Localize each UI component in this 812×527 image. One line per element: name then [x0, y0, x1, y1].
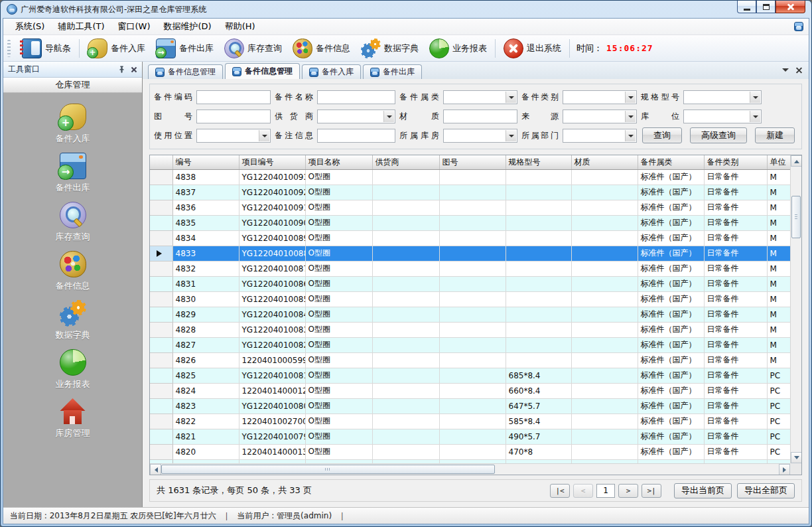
table-row[interactable]: 4838YG12204010093O型圈标准件（国产）日常备件M: [150, 169, 793, 185]
horizontal-scroll-track[interactable]: [161, 464, 779, 475]
close-button[interactable]: [776, 1, 805, 13]
column-header[interactable]: 图号: [439, 155, 506, 169]
toolbar-grip[interactable]: [7, 40, 11, 57]
select-use-position[interactable]: [196, 129, 271, 143]
table-row[interactable]: 4836YG12204010091O型圈标准件（国产）日常备件M: [150, 200, 793, 215]
scroll-down-button[interactable]: [791, 452, 802, 463]
select-part-category[interactable]: [443, 90, 517, 104]
toolbar-button-stock-query[interactable]: 库存查询: [219, 37, 287, 60]
sidebar-item-report[interactable]: 业务报表: [56, 349, 90, 390]
chevron-down-icon[interactable]: [782, 68, 789, 75]
table-row[interactable]: 4821YG12204010079O型圈490*5.7标准件（国产）日常备件PC: [150, 429, 793, 444]
cell: 660*8.4: [506, 383, 571, 398]
tab-parts-info-mgmt-1[interactable]: 备件信息管理: [148, 64, 223, 79]
select-source[interactable]: [563, 110, 637, 123]
sidebar-close-icon[interactable]: [131, 66, 137, 73]
toolbar-button-parts-info[interactable]: 备件信息: [287, 37, 356, 60]
table-row[interactable]: 48221220401002700O型圈585*8.4标准件（国产）日常备件PC: [150, 414, 793, 429]
input-drawing-no[interactable]: [196, 110, 271, 123]
select-bin-location[interactable]: [683, 110, 762, 123]
table-row[interactable]: 4827YG12204010082O型圈标准件（国产）日常备件M: [150, 337, 793, 352]
table-row[interactable]: 4829YG12204010084O型圈标准件（国产）日常备件M: [150, 307, 793, 322]
menu-item-data-maintain[interactable]: 数据维护(D): [157, 19, 218, 34]
export-all-pages-button[interactable]: 导出全部页: [737, 483, 795, 498]
toolbar-button-parts-in[interactable]: 备件入库: [82, 37, 151, 60]
table-row[interactable]: 4830YG12204010085O型圈标准件（国产）日常备件M: [150, 291, 793, 307]
maximize-button[interactable]: [756, 1, 776, 13]
input-material[interactable]: [443, 110, 517, 123]
select-warehouse[interactable]: [443, 129, 517, 143]
sidebar-item-warehouse[interactable]: 库房管理: [56, 398, 90, 439]
vertical-scroll-thumb[interactable]: [791, 196, 801, 238]
horizontal-scrollbar[interactable]: [150, 463, 790, 475]
first-page-button[interactable]: |<: [550, 484, 570, 498]
row-selector-header: [150, 155, 172, 169]
pin-icon[interactable]: [118, 66, 125, 73]
column-header[interactable]: 单位: [767, 155, 793, 169]
menu-item-system[interactable]: 系统(S): [9, 19, 51, 34]
select-supplier[interactable]: [317, 110, 395, 123]
sidebar-item-parts-in[interactable]: 备件入库: [56, 104, 90, 145]
scroll-up-button[interactable]: [791, 155, 802, 167]
table-row[interactable]: 4833YG12204010088O型圈标准件（国产）日常备件M: [150, 246, 793, 261]
toolbar-button-exit[interactable]: 退出系统: [498, 37, 567, 60]
sidebar-item-data-dict[interactable]: 数据字典: [56, 300, 90, 341]
advanced-query-button[interactable]: 高级查询: [690, 127, 747, 143]
scroll-right-button[interactable]: [779, 464, 790, 475]
prev-page-button[interactable]: <: [573, 484, 593, 498]
column-header[interactable]: 规格型号: [506, 155, 571, 169]
scrollbar-corner: [790, 463, 801, 475]
column-header[interactable]: 供货商: [372, 155, 439, 169]
tab-close-icon[interactable]: [795, 67, 802, 74]
minimize-button[interactable]: [737, 1, 756, 13]
sidebar-item-parts-info[interactable]: 备件信息: [56, 251, 90, 292]
horizontal-scroll-thumb[interactable]: [161, 465, 495, 474]
toolbar-button-nav[interactable]: 导航条: [14, 37, 76, 60]
menu-item-tools[interactable]: 辅助工具(T): [51, 19, 111, 34]
table-row[interactable]: 4825YG12204010081O型圈685*8.4标准件（国产）日常备件PC: [150, 368, 793, 383]
table-row[interactable]: 4831YG12204010086O型圈标准件（国产）日常备件M: [150, 276, 793, 291]
table-row[interactable]: 4834YG12204010089O型圈标准件（国产）日常备件M: [150, 230, 793, 246]
toolbar-button-parts-out[interactable]: 备件出库: [151, 37, 219, 60]
toolbar-button-report[interactable]: 业务报表: [424, 37, 492, 60]
sidebar-item-stock-query[interactable]: 库存查询: [56, 202, 90, 243]
next-page-button[interactable]: >: [618, 484, 638, 498]
column-header[interactable]: 备件类别: [704, 155, 767, 169]
new-button[interactable]: 新建: [755, 127, 795, 143]
table-row[interactable]: 4835YG12204010090O型圈标准件（国产）日常备件M: [150, 215, 793, 230]
export-current-page-button[interactable]: 导出当前页: [674, 483, 732, 498]
last-page-button[interactable]: >|: [642, 484, 661, 498]
table-row[interactable]: 48241220401400012O型圈660*8.4标准件（国产）日常备件PC: [150, 383, 793, 398]
table-row[interactable]: 4837YG12204010092O型圈标准件（国产）日常备件M: [150, 185, 793, 200]
select-part-class[interactable]: [563, 90, 637, 104]
tab-parts-in[interactable]: 备件入库: [302, 64, 361, 79]
select-spec-model[interactable]: [683, 90, 762, 104]
column-header[interactable]: 备件属类: [638, 155, 704, 169]
scroll-left-button[interactable]: [150, 464, 161, 475]
query-button[interactable]: 查询: [642, 127, 682, 143]
menu-item-window[interactable]: 窗口(W): [111, 19, 157, 34]
column-header[interactable]: 项目名称: [305, 155, 372, 169]
input-part-name[interactable]: [317, 90, 395, 104]
sidebar-section-title[interactable]: 仓库管理: [3, 78, 142, 93]
menu-item-help[interactable]: 帮助(H): [218, 19, 262, 34]
column-header[interactable]: 编号: [172, 155, 239, 169]
tab-parts-out[interactable]: 备件出库: [363, 64, 422, 79]
select-department[interactable]: [563, 129, 637, 143]
sidebar-item-parts-out[interactable]: 备件出库: [56, 153, 90, 194]
table-row[interactable]: 48261220401000599O型圈标准件（国产）日常备件M: [150, 352, 793, 368]
tab-parts-info-mgmt-2[interactable]: 备件信息管理: [225, 63, 300, 79]
input-part-code[interactable]: [196, 90, 271, 104]
table-row[interactable]: 4823YG12204010080O型圈647*5.7标准件（国产）日常备件PC: [150, 398, 793, 414]
vertical-scroll-track[interactable]: [791, 167, 801, 452]
column-header[interactable]: 材质: [571, 155, 638, 169]
table-row[interactable]: 4832YG12204010087O型圈标准件（国产）日常备件M: [150, 261, 793, 276]
toolbar-button-data-dict[interactable]: 数据字典: [356, 37, 424, 60]
input-remark[interactable]: [317, 129, 395, 143]
vertical-scrollbar[interactable]: [790, 155, 801, 463]
table-row[interactable]: 4828YG12204010083O型圈标准件（国产）日常备件M: [150, 322, 793, 337]
table-row[interactable]: 48201220401400013O型圈470*8标准件（国产）日常备件PC: [150, 444, 793, 459]
column-header[interactable]: 项目编号: [239, 155, 305, 169]
menu-window-icon[interactable]: [794, 22, 803, 31]
page-number-input[interactable]: [596, 484, 615, 498]
